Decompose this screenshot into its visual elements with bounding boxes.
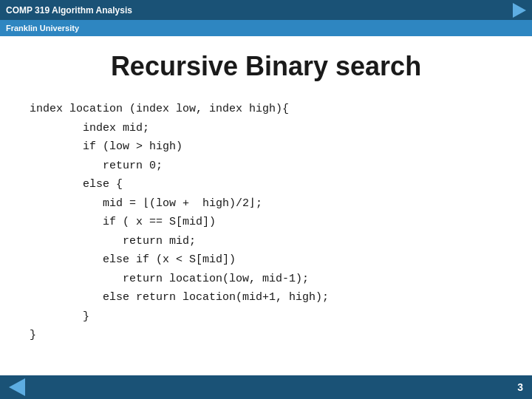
code-line: index location (index low, index high){ xyxy=(30,100,502,119)
code-line: else if (x < S[mid]) xyxy=(30,250,502,270)
code-line: else return location(mid+1, high); xyxy=(30,288,502,307)
header-bar: COMP 319 Algorithm Analysis xyxy=(0,0,532,20)
sub-header-title: Franklin University xyxy=(6,24,79,33)
header-arrow-icon xyxy=(513,3,526,18)
code-line: return mid; xyxy=(30,232,502,251)
code-line: else { xyxy=(30,175,502,194)
slide-title: Recursive Binary search xyxy=(30,51,502,82)
code-line: mid = ⌊(low + high)/2⌋; xyxy=(30,194,502,214)
bottom-arrow-left-icon xyxy=(9,378,25,396)
main-content: Recursive Binary search index location (… xyxy=(0,36,532,360)
code-line: return location(low, mid-1); xyxy=(30,270,502,289)
sub-header-bar: Franklin University xyxy=(0,20,532,36)
code-line: } xyxy=(30,307,502,327)
code-line: index mid; xyxy=(30,119,502,138)
code-line: return 0; xyxy=(30,157,502,176)
header-title: COMP 319 Algorithm Analysis xyxy=(6,5,132,16)
page-number: 3 xyxy=(517,381,523,393)
bottom-bar: 3 xyxy=(0,375,532,399)
code-line: } xyxy=(30,326,502,345)
code-line: if ( x == S[mid]) xyxy=(30,213,502,232)
code-block: index location (index low, index high){ … xyxy=(30,100,502,345)
code-line: if (low > high) xyxy=(30,137,502,157)
